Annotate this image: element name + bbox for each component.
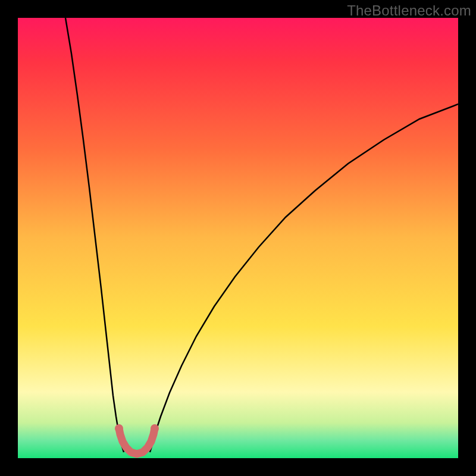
curve-layer [18,18,458,458]
u-marker-dot-right [151,424,159,433]
u-marker-dot-left [115,424,123,433]
chart-frame [18,18,458,458]
u-marker [119,428,155,454]
left-curve [65,18,124,452]
right-curve [150,104,458,452]
watermark-text: TheBottleneck.com [347,2,471,19]
